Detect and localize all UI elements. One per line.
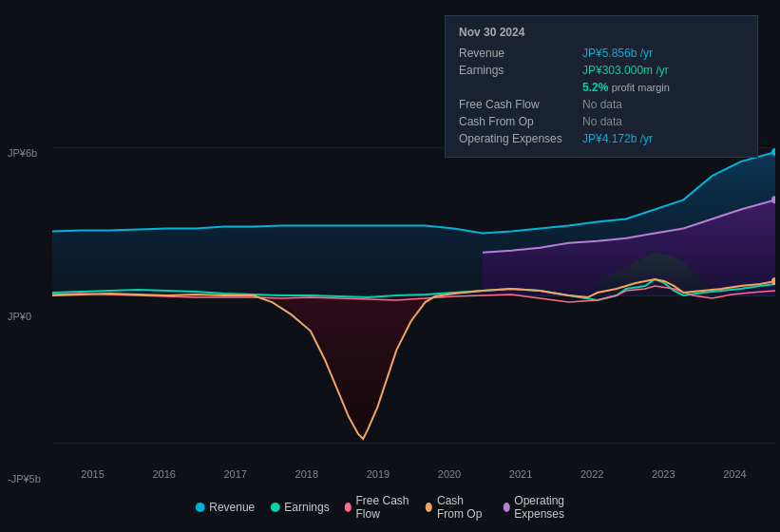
x-axis-labels: 2015 2016 2017 2018 2019 2020 2021 2022 … (57, 468, 770, 480)
info-value-cfo: No data (582, 113, 744, 130)
info-row-earnings: Earnings JP¥303.000m /yr (459, 62, 744, 79)
info-label-fcf: Free Cash Flow (459, 96, 582, 113)
chart-svg (52, 147, 775, 444)
info-table: Revenue JP¥5.856b /yr Earnings JP¥303.00… (459, 45, 744, 147)
legend-label-revenue: Revenue (209, 501, 255, 514)
x-label-2020: 2020 (438, 468, 461, 480)
legend-item-fcf: Free Cash Flow (345, 494, 411, 521)
legend-item-earnings: Earnings (270, 501, 329, 514)
info-label-opex: Operating Expenses (459, 130, 582, 147)
x-label-2023: 2023 (652, 468, 675, 480)
legend-label-cfo: Cash From Op (437, 494, 488, 521)
info-label-earnings: Earnings (459, 62, 582, 79)
x-label-2021: 2021 (509, 468, 532, 480)
y-label-top: JP¥6b (8, 147, 41, 159)
info-row-fcf: Free Cash Flow No data (459, 96, 744, 113)
legend-dot-cfo (426, 503, 432, 512)
info-value-fcf: No data (582, 96, 744, 113)
info-date: Nov 30 2024 (459, 26, 744, 39)
info-value-revenue: JP¥5.856b /yr (582, 45, 744, 62)
legend-label-earnings: Earnings (284, 501, 329, 514)
info-value-opex: JP¥4.172b /yr (582, 130, 744, 147)
legend-dot-fcf (345, 503, 352, 512)
y-axis-labels: JP¥6b JP¥0 -JP¥5b (8, 147, 41, 484)
y-label-bot: -JP¥5b (8, 473, 41, 484)
info-label-revenue: Revenue (459, 45, 582, 62)
legend-dot-earnings (270, 503, 279, 512)
info-box: Nov 30 2024 Revenue JP¥5.856b /yr Earnin… (445, 15, 758, 158)
legend-label-opex: Operating Expenses (514, 494, 584, 521)
legend-dot-opex (503, 503, 509, 512)
legend-item-revenue: Revenue (195, 501, 255, 514)
x-label-2015: 2015 (81, 468, 104, 480)
x-label-2019: 2019 (367, 468, 390, 480)
x-label-2016: 2016 (152, 468, 175, 480)
info-row-cfo: Cash From Op No data (459, 113, 744, 130)
x-label-2024: 2024 (723, 468, 746, 480)
info-label-cfo: Cash From Op (459, 113, 582, 130)
x-label-2017: 2017 (223, 468, 246, 480)
info-row-opex: Operating Expenses JP¥4.172b /yr (459, 130, 744, 147)
y-label-mid: JP¥0 (8, 311, 41, 322)
info-row-profit-margin: 5.2% profit margin (459, 79, 744, 96)
legend-label-fcf: Free Cash Flow (355, 494, 410, 521)
info-row-revenue: Revenue JP¥5.856b /yr (459, 45, 744, 62)
legend-item-cfo: Cash From Op (426, 494, 487, 521)
legend-item-opex: Operating Expenses (503, 494, 584, 521)
x-label-2018: 2018 (295, 468, 318, 480)
x-label-2022: 2022 (580, 468, 603, 480)
legend-dot-revenue (195, 503, 204, 512)
info-value-earnings: JP¥303.000m /yr (582, 62, 744, 79)
legend: Revenue Earnings Free Cash Flow Cash Fro… (195, 494, 585, 521)
info-profit-margin: 5.2% profit margin (582, 79, 744, 96)
